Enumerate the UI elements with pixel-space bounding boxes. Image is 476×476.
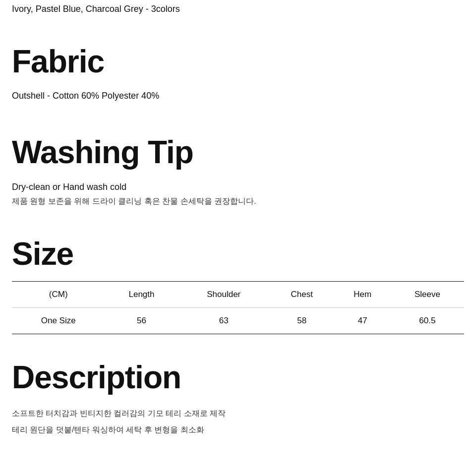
size-title: Size <box>12 237 464 271</box>
description-section: Description 소프트한 터치감과 빈티지한 컬러감의 기모 테리 소재… <box>12 350 464 456</box>
fabric-title: Fabric <box>12 44 464 79</box>
size-table-header-cell: Shoulder <box>178 282 269 308</box>
size-table-cell: 56 <box>105 308 178 334</box>
washing-tip-section: Washing Tip Dry-clean or Hand wash cold … <box>12 121 464 226</box>
colors-text: Ivory, Pastel Blue, Charcoal Grey - 3col… <box>12 0 464 30</box>
size-table-header-cell: Hem <box>335 282 391 308</box>
size-table-header-cell: Sleeve <box>391 282 464 308</box>
description-line: 테리 원단을 덧붙/텐타 워싱하여 세탁 후 변형을 최소화 <box>12 423 464 436</box>
size-section: Size (CM)LengthShoulderChestHemSleeve On… <box>12 227 464 350</box>
fabric-body: Outshell - Cotton 60% Polyester 40% <box>12 91 464 101</box>
washing-tip-korean: 제품 원형 보존을 위해 드라이 클리닝 혹은 찬물 손세탁을 권장합니다. <box>12 196 464 207</box>
size-table-header-cell: Chest <box>269 282 335 308</box>
size-table-cell: 60.5 <box>391 308 464 334</box>
description-line: 소프트한 터치감과 빈티지한 컬러감의 기모 테리 소재로 제작 <box>12 407 464 420</box>
description-title: Description <box>12 360 464 395</box>
size-table-header-cell: (CM) <box>12 282 105 308</box>
washing-tip-title: Washing Tip <box>12 135 464 170</box>
size-table: (CM)LengthShoulderChestHemSleeve One Siz… <box>12 281 464 334</box>
size-table-cell: 47 <box>335 308 391 334</box>
size-table-cell: One Size <box>12 308 105 334</box>
fabric-section: Fabric Outshell - Cotton 60% Polyester 4… <box>12 30 464 121</box>
size-table-cell: 63 <box>178 308 269 334</box>
size-table-cell: 58 <box>269 308 335 334</box>
size-table-header-cell: Length <box>105 282 178 308</box>
washing-tip-body: Dry-clean or Hand wash cold <box>12 182 464 192</box>
size-table-header-row: (CM)LengthShoulderChestHemSleeve <box>12 282 464 308</box>
size-table-row: One Size5663584760.5 <box>12 308 464 334</box>
